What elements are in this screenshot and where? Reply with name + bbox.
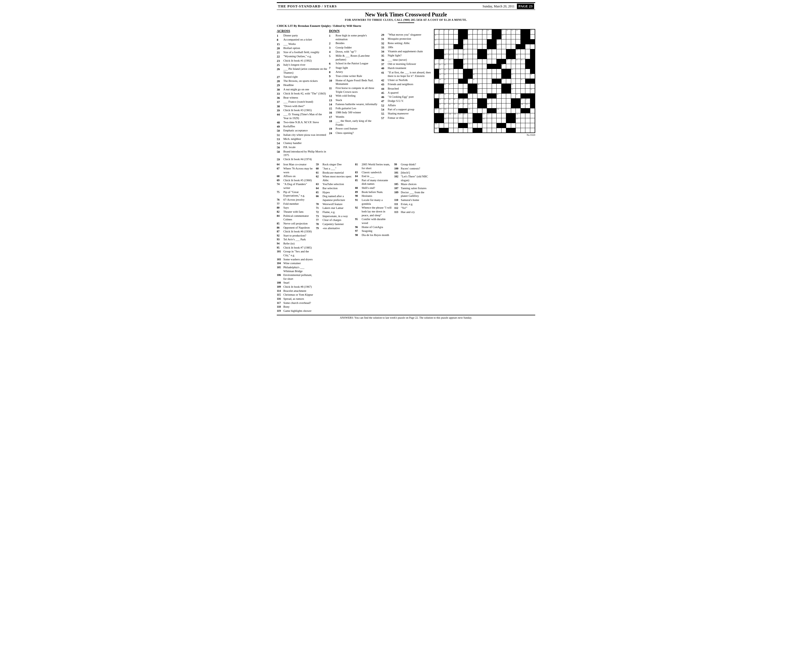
clue-item: 108Snarl xyxy=(277,281,314,285)
clue-item: 47Dodge S.U.V. xyxy=(381,99,432,103)
white-cell xyxy=(501,54,506,59)
white-cell xyxy=(477,108,482,113)
black-cell xyxy=(458,79,463,84)
black-cell xyxy=(487,44,492,49)
white-cell xyxy=(468,54,473,59)
white-cell xyxy=(458,118,463,123)
black-cell xyxy=(526,79,530,84)
white-cell: 12 xyxy=(506,29,511,34)
black-cell xyxy=(477,118,482,123)
clue-item: 104Wine container xyxy=(277,262,314,265)
white-cell: 31 xyxy=(449,54,454,59)
white-cell: 105 xyxy=(468,108,473,113)
white-cell xyxy=(444,123,449,128)
clue-item: 19Power cord feature xyxy=(329,127,380,131)
black-cell xyxy=(463,34,468,39)
black-cell xyxy=(492,34,497,39)
black-cell xyxy=(482,103,487,108)
clue-item: 112"Yo!" xyxy=(394,206,432,210)
clue-item: 8Accompanied on a ticket xyxy=(277,38,327,42)
clue-item: 115Christmas or Yom Kippur xyxy=(277,293,314,297)
white-cell xyxy=(492,69,497,74)
clue-item: 29"What moves you" sloganeer xyxy=(381,33,432,37)
black-cell xyxy=(439,84,444,89)
white-cell: 39 xyxy=(463,59,468,64)
white-cell: 15 xyxy=(530,29,535,34)
white-cell: 116 xyxy=(482,118,487,123)
publication-date: Sunday, March 20, 2011 xyxy=(483,4,515,8)
white-cell: 62 xyxy=(468,79,473,84)
white-cell xyxy=(497,54,501,59)
white-cell xyxy=(526,44,530,49)
clue-item: 33Chick lit book #2, with "The" (1843) xyxy=(277,92,327,95)
black-cell xyxy=(434,84,439,89)
white-cell: 109 xyxy=(453,113,458,118)
white-cell xyxy=(506,79,511,84)
white-cell: 6 xyxy=(468,29,473,34)
white-cell: 32 xyxy=(463,54,468,59)
white-cell: 111 xyxy=(463,113,468,118)
black-cell xyxy=(497,64,501,69)
white-cell: 40 xyxy=(506,59,511,64)
clue-item: 113Hue and cry xyxy=(394,210,432,214)
clue-item: 78Carpentry fastener xyxy=(316,222,353,226)
white-cell: 23 xyxy=(463,44,468,49)
white-cell: 55 xyxy=(444,74,449,79)
white-cell xyxy=(468,59,473,64)
clues-columns: ACROSS 1Dinner party8Accompanied on a ti… xyxy=(277,29,432,162)
white-cell: 74 xyxy=(434,93,439,98)
clue-item: 7Stage light xyxy=(329,66,380,70)
publication-name: THE POST-STANDARD / STARS xyxy=(278,4,337,8)
white-cell xyxy=(472,34,477,39)
white-cell xyxy=(526,69,530,74)
clue-item: 29Headline xyxy=(277,83,327,87)
black-cell xyxy=(516,44,521,49)
white-cell xyxy=(472,49,477,54)
white-cell xyxy=(444,44,449,49)
white-cell: 14 xyxy=(516,29,521,34)
white-cell: 69 xyxy=(511,84,516,89)
black-cell xyxy=(458,93,463,98)
clue-item: 27Turned right xyxy=(277,75,327,79)
puzzle-title: New York Times Crossword Puzzle xyxy=(277,11,535,18)
white-cell xyxy=(482,59,487,64)
white-cell xyxy=(530,84,535,89)
black-cell xyxy=(526,39,530,44)
clue-item: 17Wombs xyxy=(329,115,380,119)
black-cell xyxy=(530,59,535,64)
white-cell: 67 xyxy=(449,84,454,89)
black-cell xyxy=(501,89,506,93)
white-cell xyxy=(439,39,444,44)
white-cell: 77 xyxy=(449,93,454,98)
clue-item: 73Impersonate, in a way xyxy=(316,214,353,218)
white-cell xyxy=(497,103,501,108)
black-cell xyxy=(463,93,468,98)
white-cell: 113 xyxy=(487,113,492,118)
clue-item: 99Group think? xyxy=(394,163,432,167)
white-cell: 82 xyxy=(439,98,444,103)
clue-item: 88Shift's end? xyxy=(355,186,393,190)
clue-item: 40Harsh treatment xyxy=(381,66,432,70)
white-cell xyxy=(449,44,454,49)
black-cell xyxy=(497,29,501,34)
white-cell xyxy=(468,128,473,133)
clue-item: 13Stuck xyxy=(329,98,380,102)
clue-item: 89Book before Num. xyxy=(355,190,393,194)
white-cell xyxy=(516,69,521,74)
crossword-grid: 1234567891011121314151617181920212223242… xyxy=(434,29,535,133)
white-cell: 75 xyxy=(439,93,444,98)
clue-item: 18___ the Short, early king of the Frank… xyxy=(329,119,380,126)
black-cell xyxy=(487,93,492,98)
white-cell xyxy=(492,74,497,79)
white-cell: 91 xyxy=(526,98,530,103)
clue-item: 64Bar selection xyxy=(316,186,353,190)
white-cell xyxy=(501,39,506,44)
page-number: PAGE 23 xyxy=(517,3,534,9)
clue-item: 59Rock singer Dee xyxy=(316,163,353,167)
black-cell xyxy=(526,108,530,113)
white-cell xyxy=(482,79,487,84)
across-column: ACROSS 1Dinner party8Accompanied on a ti… xyxy=(277,29,327,162)
white-cell xyxy=(472,44,477,49)
clue-item: 26___ Pie Island (artist commune on the … xyxy=(277,67,327,74)
clue-item: 118Bony xyxy=(277,305,314,309)
